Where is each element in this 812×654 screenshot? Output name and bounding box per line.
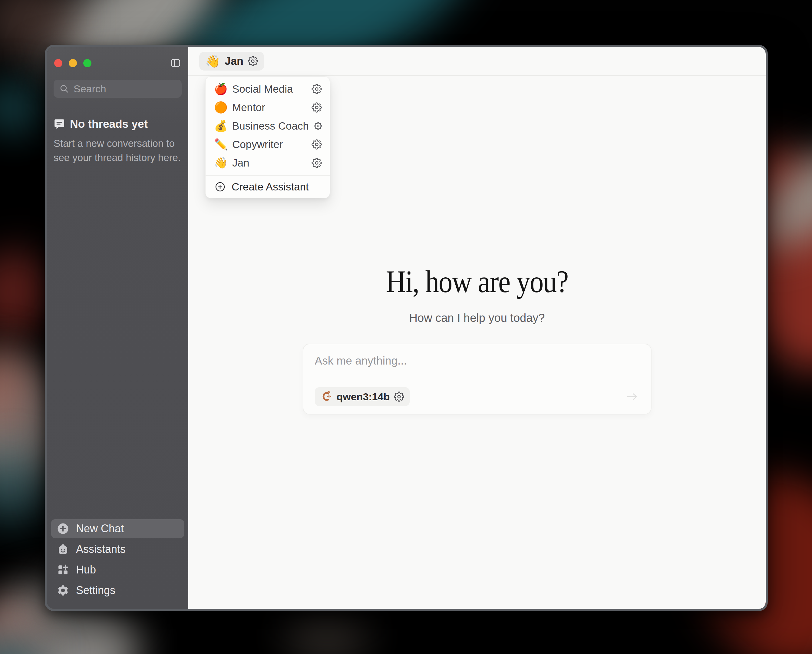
sidebar-nav: New Chat Assistants	[47, 519, 188, 609]
message-input[interactable]	[315, 355, 640, 379]
plus-circle-outline-icon	[215, 181, 226, 192]
assistants-icon	[56, 543, 69, 556]
assistant-emoji: 💰	[214, 121, 227, 131]
sidebar-item-assistants[interactable]: Assistants	[51, 540, 184, 559]
greeting: Hi, how are you? How can I help you toda…	[188, 263, 766, 325]
assistant-emoji: ✏️	[214, 139, 227, 150]
desktop: No threads yet Start a new conversation …	[0, 0, 812, 654]
sidebar-item-label: Settings	[76, 584, 115, 597]
app-window: No threads yet Start a new conversation …	[45, 45, 768, 611]
gear-icon[interactable]	[311, 139, 322, 150]
assistant-selector-button[interactable]: 👋 Jan	[199, 52, 264, 70]
gear-icon	[56, 584, 69, 597]
search-field[interactable]	[73, 83, 176, 95]
chat-bubble-icon	[53, 118, 65, 130]
greeting-title: Hi, how are you?	[223, 263, 731, 299]
hub-grid-icon	[56, 564, 69, 576]
assistant-menu-item-business-coach[interactable]: 💰 Business Coach	[206, 116, 330, 135]
create-assistant-button[interactable]: Create Assistant	[206, 176, 330, 198]
assistant-emoji: 🟠	[214, 102, 227, 113]
assistant-menu: 🍎 Social Media 🟠 Mentor 💰 Business Coach	[205, 76, 330, 198]
main-content: 🍎 Social Media 🟠 Mentor 💰 Business Coach	[188, 76, 766, 609]
assistant-menu-label: Jan	[232, 157, 306, 169]
main-header: 👋 Jan	[188, 47, 766, 76]
send-arrow-icon[interactable]	[625, 390, 640, 404]
gear-icon[interactable]	[248, 56, 258, 66]
composer[interactable]: qwen3:14b	[303, 344, 652, 414]
empty-state-description: Start a new conversation to see your thr…	[53, 136, 185, 165]
sidebar-item-new-chat[interactable]: New Chat	[51, 519, 184, 538]
window-controls	[54, 59, 92, 67]
sidebar-titlebar	[47, 47, 188, 79]
gear-icon[interactable]	[314, 121, 322, 131]
assistant-menu-label: Copywriter	[232, 138, 306, 150]
assistant-menu-item-copywriter[interactable]: ✏️ Copywriter	[206, 135, 330, 153]
assistant-menu-item-jan[interactable]: 👋 Jan	[206, 153, 330, 172]
assistant-menu-label: Social Media	[232, 83, 306, 95]
sidebar-item-label: New Chat	[76, 522, 124, 535]
assistant-name: Jan	[224, 55, 243, 67]
model-name: qwen3:14b	[337, 391, 390, 403]
create-assistant-label: Create Assistant	[232, 181, 309, 193]
search-icon	[59, 84, 69, 94]
sidebar-item-label: Hub	[76, 564, 96, 576]
empty-state-title: No threads yet	[70, 118, 148, 130]
gear-icon[interactable]	[311, 158, 322, 168]
minimize-window-button[interactable]	[69, 59, 77, 67]
assistant-menu-label: Business Coach	[232, 120, 309, 132]
sidebar-item-hub[interactable]: Hub	[51, 561, 184, 579]
sidebar-item-label: Assistants	[76, 543, 126, 556]
greeting-subtitle: How can I help you today?	[188, 312, 766, 325]
empty-threads-state: No threads yet Start a new conversation …	[47, 118, 188, 165]
close-window-button[interactable]	[54, 59, 63, 67]
search-input[interactable]	[53, 79, 182, 98]
zoom-window-button[interactable]	[83, 59, 92, 67]
composer-toolbar: qwen3:14b	[315, 387, 640, 406]
assistant-emoji: 👋	[214, 157, 227, 168]
main-panel: 👋 Jan 🍎 Social Media 🟠 Mentor	[188, 47, 766, 609]
llama-icon	[321, 391, 333, 403]
gear-icon[interactable]	[311, 84, 322, 94]
sidebar-item-settings[interactable]: Settings	[51, 581, 184, 600]
wallpaper-blob	[0, 82, 49, 133]
assistant-menu-label: Mentor	[232, 101, 306, 113]
plus-circle-icon	[56, 522, 69, 535]
toggle-sidebar-icon[interactable]	[170, 58, 181, 69]
assistant-menu-item-mentor[interactable]: 🟠 Mentor	[206, 98, 330, 116]
gear-icon[interactable]	[311, 102, 322, 113]
model-selector-button[interactable]: qwen3:14b	[315, 387, 410, 406]
gear-icon[interactable]	[394, 391, 404, 402]
assistant-emoji: 🍎	[214, 84, 227, 95]
sidebar: No threads yet Start a new conversation …	[47, 47, 188, 609]
assistant-emoji: 👋	[205, 55, 220, 67]
assistant-menu-item-social-media[interactable]: 🍎 Social Media	[206, 79, 330, 98]
